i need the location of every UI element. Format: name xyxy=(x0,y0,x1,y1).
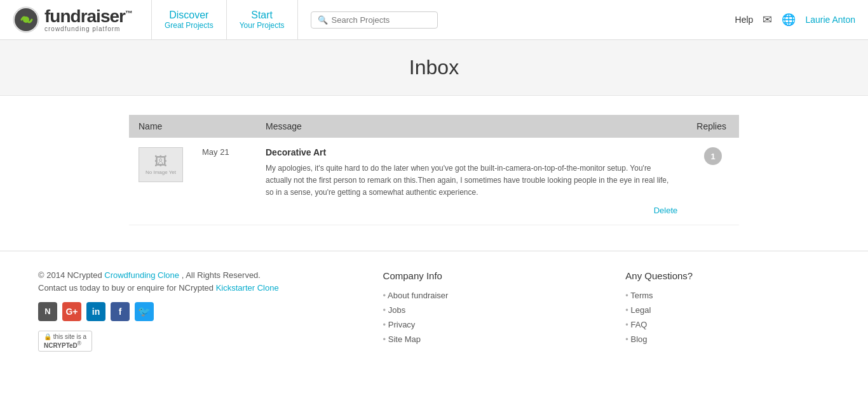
help-link[interactable]: Help xyxy=(735,15,754,25)
nav-discover-sub: Great Projects xyxy=(165,21,214,30)
nav-start-sub: Your Projects xyxy=(240,21,285,30)
footer-contact: Contact us today to buy or enquire for N… xyxy=(38,283,345,293)
page-title-section: Inbox xyxy=(0,40,868,96)
table-row: 🖼 No Image Yet May 21 Decorative Art My … xyxy=(129,138,739,225)
message-cell: Decorative Art My apologies, it's quite … xyxy=(256,138,687,225)
search-input-wrap: 🔍 xyxy=(311,11,438,29)
sitemap-link[interactable]: Site Map xyxy=(388,334,421,344)
message-body: My apologies, it's quite hard to do the … xyxy=(266,162,677,199)
delete-button[interactable]: Delete xyxy=(266,206,677,215)
inbox-table: Name Message Replies 🖼 No Image Yet May … xyxy=(129,115,739,225)
svg-point-2 xyxy=(23,17,29,23)
footer-inner: © 2014 NCrypted Crowdfunding Clone , All… xyxy=(38,270,830,352)
any-questions-heading: Any Questions? xyxy=(625,270,830,281)
table-header-row: Name Message Replies xyxy=(129,115,739,138)
privacy-link[interactable]: Privacy xyxy=(388,320,416,329)
header-right: Help ✉ 🌐 Laurie Anton xyxy=(735,13,855,27)
header: fundraiser™ crowdfunding platform Discov… xyxy=(0,0,868,40)
page-title: Inbox xyxy=(0,56,868,79)
project-image-placeholder: 🖼 No Image Yet xyxy=(146,154,176,175)
logo-subtitle: crowdfunding platform xyxy=(44,25,132,32)
nav-links: Discover Great Projects Start Your Proje… xyxy=(151,0,298,40)
footer-company-col: Company Info About fundraiser Jobs Priva… xyxy=(383,270,588,352)
user-name[interactable]: Laurie Anton xyxy=(805,15,855,25)
list-item: Terms xyxy=(625,291,830,300)
col-replies: Replies xyxy=(687,115,739,138)
social-facebook-icon[interactable]: f xyxy=(111,302,130,321)
table-header: Name Message Replies xyxy=(129,115,739,138)
faq-link[interactable]: FAQ xyxy=(630,320,647,329)
logo-brand-name: fundraiser™ xyxy=(44,8,132,25)
footer: © 2014 NCrypted Crowdfunding Clone , All… xyxy=(0,251,868,371)
image-placeholder-icon: 🖼 xyxy=(146,154,176,169)
main-content: Name Message Replies 🖼 No Image Yet May … xyxy=(116,115,752,225)
questions-list: Terms Legal FAQ Blog xyxy=(625,291,830,344)
logo-text-area: fundraiser™ crowdfunding platform xyxy=(44,8,132,32)
social-twitter-icon[interactable]: 🐦 xyxy=(135,302,154,321)
terms-link[interactable]: Terms xyxy=(630,291,653,300)
nav-start[interactable]: Start Your Projects xyxy=(227,0,298,40)
reply-count-badge: 1 xyxy=(704,147,722,165)
company-info-list: About fundraiser Jobs Privacy Site Map xyxy=(383,291,588,344)
search-icon: 🔍 xyxy=(318,15,328,25)
list-item: Legal xyxy=(625,305,830,315)
project-image-cell: 🖼 No Image Yet xyxy=(129,138,193,225)
search-area: 🔍 xyxy=(311,11,438,29)
message-date: May 21 xyxy=(193,138,256,225)
social-linkedin-icon[interactable]: in xyxy=(86,302,105,321)
nav-start-main: Start xyxy=(240,10,285,21)
replies-cell: 1 xyxy=(687,138,739,225)
list-item: FAQ xyxy=(625,320,830,329)
list-item: Blog xyxy=(625,334,830,344)
social-ncrypted-icon[interactable]: N xyxy=(38,302,57,321)
col-name: Name xyxy=(129,115,256,138)
message-title: Decorative Art xyxy=(266,147,677,157)
nav-discover-main: Discover xyxy=(165,10,214,21)
mail-icon[interactable]: ✉ xyxy=(763,13,772,27)
company-info-heading: Company Info xyxy=(383,270,588,281)
globe-icon[interactable]: 🌐 xyxy=(782,13,796,27)
table-body: 🖼 No Image Yet May 21 Decorative Art My … xyxy=(129,138,739,225)
project-image: 🖼 No Image Yet xyxy=(139,147,183,182)
footer-left: © 2014 NCrypted Crowdfunding Clone , All… xyxy=(38,270,345,352)
jobs-link[interactable]: Jobs xyxy=(388,305,405,315)
legal-link[interactable]: Legal xyxy=(630,305,651,315)
social-google-icon[interactable]: G+ xyxy=(62,302,81,321)
col-message: Message xyxy=(256,115,687,138)
crowdfunding-clone-link[interactable]: Crowdfunding Clone xyxy=(104,270,179,280)
social-icons: N G+ in f 🐦 xyxy=(38,302,345,321)
nav-discover[interactable]: Discover Great Projects xyxy=(151,0,227,40)
footer-questions-col: Any Questions? Terms Legal FAQ Blog xyxy=(625,270,830,352)
list-item: Jobs xyxy=(383,305,588,315)
about-link[interactable]: About fundraiser xyxy=(388,291,448,300)
kickstarter-clone-link[interactable]: Kickstarter Clone xyxy=(216,283,279,293)
list-item: Privacy xyxy=(383,320,588,329)
logo-icon xyxy=(13,6,39,33)
search-input[interactable] xyxy=(332,15,431,25)
ncrypted-badge: 🔒 this site is aNCRYPTeD® xyxy=(38,331,345,352)
list-item: About fundraiser xyxy=(383,291,588,300)
ncrypted-badge-text: 🔒 this site is aNCRYPTeD® xyxy=(38,331,92,352)
footer-copyright: © 2014 NCrypted Crowdfunding Clone , All… xyxy=(38,270,345,280)
logo-area[interactable]: fundraiser™ crowdfunding platform xyxy=(13,6,132,33)
blog-link[interactable]: Blog xyxy=(630,334,647,344)
list-item: Site Map xyxy=(383,334,588,344)
